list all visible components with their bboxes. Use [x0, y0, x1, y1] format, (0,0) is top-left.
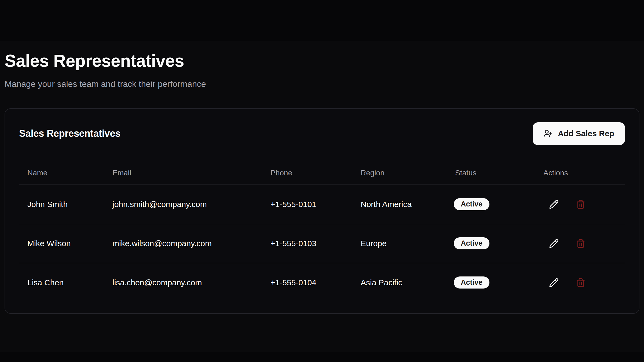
main-content: Sales Representatives Manage your sales … — [0, 41, 644, 352]
column-header-name: Name — [19, 169, 104, 177]
cell-name: John Smith — [19, 200, 104, 209]
cell-name: Mike Wilson — [19, 239, 104, 248]
cell-status: Active — [447, 276, 535, 289]
delete-button[interactable] — [576, 278, 586, 287]
card-title: Sales Representatives — [19, 128, 120, 139]
column-header-status: Status — [447, 169, 535, 177]
cell-phone: +1-555-0103 — [262, 239, 352, 248]
page-title: Sales Representatives — [5, 51, 639, 71]
column-header-email: Email — [104, 169, 262, 177]
cell-status: Active — [447, 198, 535, 210]
cell-email: lisa.chen@company.com — [104, 278, 262, 287]
status-badge: Active — [454, 276, 489, 289]
page-subtitle: Manage your sales team and track their p… — [5, 79, 639, 89]
column-header-phone: Phone — [262, 169, 352, 177]
cell-region: North America — [352, 200, 447, 209]
cell-region: Europe — [352, 239, 447, 248]
column-header-region: Region — [352, 169, 447, 177]
add-sales-rep-button[interactable]: Add Sales Rep — [533, 122, 625, 145]
cell-region: Asia Pacific — [352, 278, 447, 287]
trash-icon — [576, 239, 586, 248]
edit-button[interactable] — [549, 278, 559, 287]
cell-phone: +1-555-0104 — [262, 278, 352, 287]
table-row: John Smith john.smith@company.com +1-555… — [19, 185, 625, 224]
pencil-icon — [549, 278, 559, 287]
cell-status: Active — [447, 237, 535, 249]
add-sales-rep-label: Add Sales Rep — [558, 129, 614, 138]
cell-phone: +1-555-0101 — [262, 200, 352, 209]
trash-icon — [576, 278, 586, 287]
edit-button[interactable] — [549, 239, 559, 248]
pencil-icon — [549, 200, 559, 209]
trash-icon — [576, 200, 586, 209]
cell-actions — [535, 239, 625, 248]
cell-email: john.smith@company.com — [104, 200, 262, 209]
table-header-row: Name Email Phone Region Status Actions — [19, 161, 625, 185]
table-row: Lisa Chen lisa.chen@company.com +1-555-0… — [19, 263, 625, 302]
cell-email: mike.wilson@company.com — [104, 239, 262, 248]
column-header-actions: Actions — [535, 169, 625, 177]
card-header: Sales Representatives Add Sales Rep — [19, 122, 625, 145]
table-row: Mike Wilson mike.wilson@company.com +1-5… — [19, 224, 625, 263]
delete-button[interactable] — [576, 239, 586, 248]
user-plus-icon — [543, 129, 552, 138]
status-badge: Active — [454, 198, 489, 210]
cell-name: Lisa Chen — [19, 278, 104, 287]
status-badge: Active — [454, 237, 489, 249]
edit-button[interactable] — [549, 200, 559, 209]
delete-button[interactable] — [576, 200, 586, 209]
cell-actions — [535, 200, 625, 209]
cell-actions — [535, 278, 625, 287]
pencil-icon — [549, 239, 559, 248]
sales-reps-card: Sales Representatives Add Sales Rep Name… — [5, 108, 639, 314]
sales-reps-table: Name Email Phone Region Status Actions J… — [19, 161, 625, 302]
